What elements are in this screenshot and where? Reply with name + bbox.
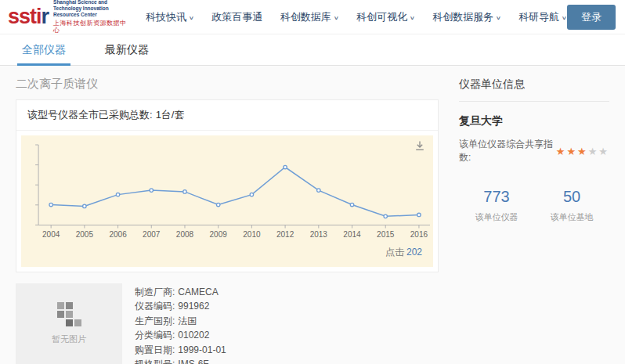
logo-mark: sstir: [8, 6, 49, 27]
stat-label: 该单位基地: [534, 211, 609, 223]
purchase-chart-card: 该型号仪器全市已采购总数:1台/套 2004200520062007200820…: [16, 99, 439, 272]
download-icon[interactable]: [414, 140, 425, 151]
no-image-label: 暂无图片: [52, 333, 86, 345]
share-index-row: 该单位仪器综合共享指数: ★★★★★: [459, 138, 609, 164]
stat-unit-bases: 50 该单位基地: [534, 188, 609, 223]
chart-area: 2004200520062007200820092010201220132014…: [21, 135, 433, 267]
clicks-label: 点击: [385, 247, 404, 258]
svg-text:2013: 2013: [310, 230, 328, 239]
purchase-trend-chart: 2004200520062007200820092010201220132014…: [23, 142, 432, 246]
clicks-value: 202: [406, 247, 422, 258]
svg-text:2007: 2007: [143, 230, 161, 239]
nav-item-label: 科研导航: [518, 10, 559, 24]
unit-stats: 773 该单位仪器 50 该单位基地: [459, 188, 609, 223]
org-name: 复旦大学: [459, 114, 609, 128]
login-button[interactable]: 登录: [567, 5, 616, 30]
star-icon: ★: [556, 146, 567, 157]
unit-info-sidebar: 仪器单位信息 复旦大学 该单位仪器综合共享指数: ★★★★★ 773 该单位仪器…: [459, 77, 609, 223]
clicks-counter: 点击202: [23, 246, 432, 264]
chevron-down-icon: ∨: [333, 15, 338, 20]
nav-item-sci-data-services[interactable]: 科创数据服务 ∨: [432, 10, 501, 24]
tab-newest-instruments[interactable]: 最新仪器: [100, 34, 154, 65]
total-purchased-value: 1台/套: [156, 109, 185, 121]
stat-unit-instruments: 773 该单位仪器: [459, 188, 534, 223]
svg-text:2005: 2005: [76, 230, 94, 239]
chart-card-header: 该型号仪器全市已采购总数:1台/套: [16, 100, 438, 131]
chevron-down-icon: ∨: [496, 15, 501, 20]
svg-text:2016: 2016: [410, 230, 428, 239]
star-icon: ★: [598, 146, 609, 157]
chevron-down-icon: ∨: [410, 15, 415, 20]
detail-row-model: 规格型号:IMS-6F: [135, 357, 226, 364]
logo-mark-blue: r: [42, 5, 49, 28]
star-icon: ★: [588, 146, 599, 157]
tab-label: 最新仪器: [105, 43, 149, 57]
detail-row-country: 生产国别:法国: [135, 314, 226, 329]
top-navigation-bar: sstir Shanghai Science and Technology In…: [0, 0, 625, 34]
stat-value: 50: [534, 188, 609, 206]
content: 二次离子质谱仪 该型号仪器全市已采购总数:1台/套 20042005200620…: [0, 66, 625, 364]
svg-text:2010: 2010: [243, 230, 261, 239]
no-image-placeholder: 暂无图片: [16, 283, 122, 364]
svg-text:2012: 2012: [276, 230, 294, 239]
logo-name-en: Shanghai Science and Technology Innovati…: [53, 0, 133, 18]
tab-bar: 全部仪器 最新仪器: [0, 34, 625, 66]
nav-item-sci-visualization[interactable]: 科创可视化 ∨: [356, 10, 415, 24]
site-logo[interactable]: sstir Shanghai Science and Technology In…: [8, 0, 133, 34]
tab-label: 全部仪器: [22, 43, 66, 57]
detail-row-purchase-date: 购置日期:1999-01-01: [135, 343, 226, 358]
instrument-details: 暂无图片 制造厂商:CAMECA 仪器编码:991962 生产国别:法国 分类编…: [16, 283, 439, 364]
logo-name-cn: 上海科技创新资源数据中心: [53, 20, 133, 34]
svg-text:2008: 2008: [176, 230, 194, 239]
total-purchased-label: 该型号仪器全市已采购总数:: [27, 109, 153, 121]
detail-row-instrument-code: 仪器编码:991962: [135, 299, 226, 314]
star-rating: ★★★★★: [556, 146, 609, 157]
nav-item-tech-news[interactable]: 科技快讯 ∨: [146, 10, 194, 24]
nav-item-sci-database[interactable]: 科创数据库 ∨: [280, 10, 339, 24]
nav-item-label: 科创数据服务: [432, 10, 493, 24]
chevron-down-icon: ∨: [189, 15, 194, 20]
logo-mark-red: ssti: [8, 5, 42, 28]
sidebar-title: 仪器单位信息: [459, 77, 609, 102]
stat-label: 该单位仪器: [459, 211, 534, 223]
chevron-down-icon: ∨: [562, 15, 567, 20]
svg-text:2014: 2014: [343, 230, 361, 239]
stat-value: 773: [459, 188, 534, 206]
detail-row-manufacturer: 制造厂商:CAMECA: [135, 285, 226, 300]
nav-item-label: 科创数据库: [280, 10, 331, 24]
share-index-label: 该单位仪器综合共享指数:: [459, 138, 554, 164]
nav-item-label: 科创可视化: [356, 10, 407, 24]
svg-text:2006: 2006: [109, 230, 127, 239]
detail-row-class-code: 分类编码:010202: [135, 328, 226, 343]
svg-text:2015: 2015: [377, 230, 395, 239]
nav-item-research-navigation[interactable]: 科研导航 ∨: [518, 10, 567, 24]
no-image-icon: [57, 302, 81, 326]
star-icon: ★: [577, 146, 588, 157]
nav-item-label: 政策百事通: [211, 10, 262, 24]
tab-all-instruments[interactable]: 全部仪器: [17, 34, 70, 65]
nav-item-label: 科技快讯: [146, 10, 186, 24]
star-icon: ★: [566, 146, 577, 157]
nav-item-policy-encyclopedia[interactable]: 政策百事通: [211, 10, 262, 24]
main-column: 二次离子质谱仪 该型号仪器全市已采购总数:1台/套 20042005200620…: [16, 77, 439, 364]
detail-rows: 制造厂商:CAMECA 仪器编码:991962 生产国别:法国 分类编码:010…: [135, 283, 226, 364]
page-title: 二次离子质谱仪: [16, 77, 439, 92]
page: sstir Shanghai Science and Technology In…: [0, 0, 625, 364]
logo-names: Shanghai Science and Technology Innovati…: [53, 0, 133, 34]
svg-text:2009: 2009: [210, 230, 228, 239]
svg-text:2004: 2004: [42, 230, 60, 239]
main-nav: 科技快讯 ∨ 政策百事通 科创数据库 ∨ 科创可视化 ∨ 科创数据服务 ∨ 科研…: [146, 10, 567, 24]
